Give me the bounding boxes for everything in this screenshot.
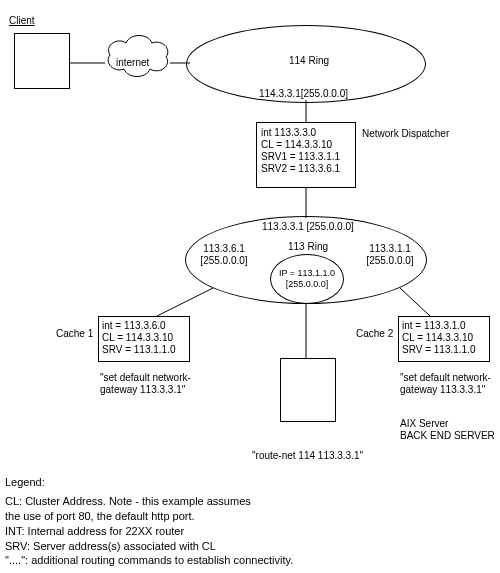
diagram-stage: Client internet 114 Ring 114.3.3.1[255.0… xyxy=(0,0,500,573)
cache1-cl: CL = 114.3.3.10 xyxy=(102,332,186,344)
legend-cl1: CL: Cluster Address. Note - this example… xyxy=(5,494,293,509)
dispatcher-box: int 113.3.3.0 CL = 114.3.3.10 SRV1 = 113… xyxy=(256,122,356,188)
dispatcher-srv2: SRV2 = 113.3.6.1 xyxy=(261,163,351,175)
cache1-note: "set default network-gateway 113.3.3.1" xyxy=(100,372,192,396)
cache1-label: Cache 1 xyxy=(56,328,93,339)
dispatcher-srv1: SRV1 = 113.3.1.1 xyxy=(261,151,351,163)
aix-box xyxy=(280,358,336,422)
cloud-label: internet xyxy=(116,57,149,68)
aix-label1: AIX Server xyxy=(400,418,448,429)
dispatcher-cl: CL = 114.3.3.10 xyxy=(261,139,351,151)
client-title: Client xyxy=(9,15,35,26)
cache1-int: int = 113.3.6.0 xyxy=(102,320,186,332)
ring-113-name: 113 Ring xyxy=(288,241,328,252)
client-box xyxy=(14,33,70,89)
svg-line-6 xyxy=(400,288,430,316)
cache1-box: int = 113.3.6.0 CL = 114.3.3.10 SRV = 11… xyxy=(98,316,190,362)
legend-cl2: the use of port 80, the default http por… xyxy=(5,509,293,524)
aix-note: "route-net 114 113.3.3.1" xyxy=(252,450,363,461)
dispatcher-int: int 113.3.3.0 xyxy=(261,127,351,139)
dispatcher-label: Network Dispatcher xyxy=(362,128,449,139)
ring-113-left-addr-text: 113.3.6.1 [255.0.0.0] xyxy=(200,243,247,266)
ring-114-name: 114 Ring xyxy=(289,55,329,66)
cache2-int: int = 113.3.1.0 xyxy=(402,320,486,332)
legend-int: INT: Internal address for 22XX router xyxy=(5,524,293,539)
legend-title: Legend: xyxy=(5,476,45,488)
legend-dots: "....": additional routing commands to e… xyxy=(5,553,293,568)
cache2-box: int = 113.3.1.0 CL = 114.3.3.10 SRV = 11… xyxy=(398,316,490,362)
ring-113-inner: IP = 113.1.1.0 [255.0.0.0] xyxy=(270,254,344,304)
cache2-note: "set default network-gateway 113.3.3.1" xyxy=(400,372,492,396)
svg-line-5 xyxy=(157,288,213,316)
cache2-cl: CL = 114.3.3.10 xyxy=(402,332,486,344)
cache2-label: Cache 2 xyxy=(356,328,393,339)
legend-srv: SRV: Server address(s) associated with C… xyxy=(5,539,293,554)
ring-113-right-addr: 113.3.1.1 [255.0.0.0] xyxy=(362,243,418,267)
aix-label2: BACK END SERVER xyxy=(400,430,495,441)
cache1-srv: SRV = 113.1.1.0 xyxy=(102,344,186,356)
cache2-srv: SRV = 113.1.1.0 xyxy=(402,344,486,356)
ring-113-right-addr-text: 113.3.1.1 [255.0.0.0] xyxy=(366,243,413,266)
ring-113-inner-text: IP = 113.1.1.0 [255.0.0.0] xyxy=(271,268,343,290)
ring-113-top-addr: 113.3.3.1 [255.0.0.0] xyxy=(262,221,354,232)
ring-113-left-addr: 113.3.6.1 [255.0.0.0] xyxy=(196,243,252,267)
ring-114-addr: 114.3.3.1[255.0.0.0] xyxy=(259,88,348,99)
legend-body: CL: Cluster Address. Note - this example… xyxy=(5,494,293,568)
